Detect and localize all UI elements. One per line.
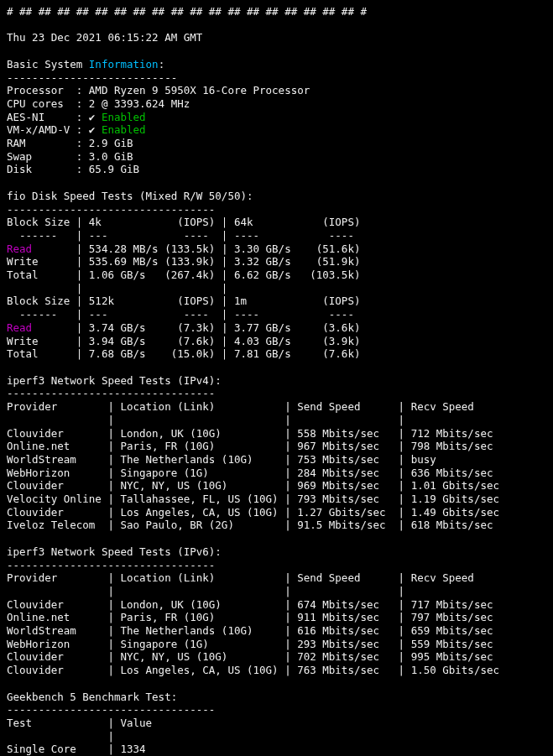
ipv6-row: Clouvider | London, UK (10G) | 674 Mbits… xyxy=(7,598,506,611)
fio-total-4k: Total | 1.06 GB/s (267.4k) | 6.62 GB/s (… xyxy=(7,269,360,281)
checkmark-icon: ✔ xyxy=(89,111,102,123)
fio-write-4k: Write | 535.69 MB/s (133.9k) | 3.32 GB/s… xyxy=(7,255,360,268)
ipv4-row: WorldStream | The Netherlands (10G) | 75… xyxy=(7,453,506,466)
enabled-status: Enabled xyxy=(102,123,146,136)
timestamp: Thu 23 Dec 2021 06:15:22 AM GMT xyxy=(7,31,202,44)
fio-read-4k: | 534.28 MB/s (133.5k) | 3.30 GB/s (51.6… xyxy=(32,242,360,255)
sys-aes-label: AES-NI : xyxy=(7,111,89,123)
gb-gap: | xyxy=(7,730,310,743)
hash-row: # ## ## ## ## ## ## ## ## ## ## ## ## ##… xyxy=(7,5,367,18)
fio-header: Block Size | 512k (IOPS) | 1m (IOPS) xyxy=(7,295,360,307)
fio-header: Block Size | 4k (IOPS) | 64k (IOPS) xyxy=(7,216,360,228)
ipv6-row: Online.net | Paris, FR (10G) | 911 Mbits… xyxy=(7,611,506,623)
sys-swap: Swap : 3.0 GiB xyxy=(7,150,133,163)
ipv4-row: Clouvider | Los Angeles, CA, US (10G) | … xyxy=(7,506,506,519)
enabled-status: Enabled xyxy=(102,111,146,123)
ipv4-row: Clouvider | London, UK (10G) | 558 Mbits… xyxy=(7,427,506,440)
net-header: Provider | Location (Link) | Send Speed … xyxy=(7,400,506,413)
ipv4-row: Online.net | Paris, FR (10G) | 967 Mbits… xyxy=(7,440,506,452)
ipv6-row: WorldStream | The Netherlands (10G) | 61… xyxy=(7,624,506,637)
sys-processor: Processor : AMD Ryzen 9 5950X 16-Core Pr… xyxy=(7,84,310,96)
fio-underline: ------ | --- ---- | ---- ---- xyxy=(7,229,360,242)
fio-underline: ------ | --- ---- | ---- ---- xyxy=(7,308,360,321)
sys-disk: Disk : 65.9 GiB xyxy=(7,163,139,175)
basic-system-label: Basic System xyxy=(7,58,89,70)
net-header: Provider | Location (Link) | Send Speed … xyxy=(7,571,506,584)
ipv6-title: iperf3 Network Speed Tests (IPv6): xyxy=(7,545,222,558)
fio-write-512k: Write | 3.94 GB/s (7.6k) | 4.03 GB/s (3.… xyxy=(7,335,360,347)
information-word: Information xyxy=(89,58,159,70)
gb-single-core: Single Core | 1334 xyxy=(7,743,310,755)
fio-read-label: Read xyxy=(7,242,32,255)
ipv4-row: WebHorizon | Singapore (1G) | 284 Mbits/… xyxy=(7,467,506,479)
fio-total-512k: Total | 7.68 GB/s (15.0k) | 7.81 GB/s (7… xyxy=(7,347,360,360)
checkmark-icon: ✔ xyxy=(89,123,102,136)
geekbench-title: Geekbench 5 Benchmark Test: xyxy=(7,691,177,703)
divider: --------------------------------- xyxy=(7,203,215,216)
ipv4-row: Iveloz Telecom | Sao Paulo, BR (2G) | 91… xyxy=(7,519,506,531)
ipv4-row: Clouvider | NYC, NY, US (10G) | 969 Mbit… xyxy=(7,479,506,492)
fio-read-label: Read xyxy=(7,321,32,334)
sys-cores: CPU cores : 2 @ 3393.624 MHz xyxy=(7,97,190,110)
divider: --------------------------------- xyxy=(7,387,215,399)
sys-vm-label: VM-x/AMD-V : xyxy=(7,123,89,136)
fio-title: fio Disk Speed Tests (Mixed R/W 50/50): xyxy=(7,190,253,202)
ipv4-title: iperf3 Network Speed Tests (IPv4): xyxy=(7,374,222,387)
divider: --------------------------------- xyxy=(7,559,215,571)
sys-ram: RAM : 2.9 GiB xyxy=(7,137,133,149)
divider: --------------------------- xyxy=(7,71,177,84)
fio-read-512k: | 3.74 GB/s (7.3k) | 3.77 GB/s (3.6k) xyxy=(32,321,360,334)
ipv4-row: Velocity Online | Tallahassee, FL, US (1… xyxy=(7,493,506,505)
ipv6-row: Clouvider | NYC, NY, US (10G) | 702 Mbit… xyxy=(7,650,506,663)
fio-gap: | | xyxy=(7,282,360,295)
ipv6-row: Clouvider | Los Angeles, CA, US (10G) | … xyxy=(7,664,506,676)
net-gap: | | | xyxy=(7,585,506,597)
ipv6-row: WebHorizon | Singapore (1G) | 293 Mbits/… xyxy=(7,638,506,650)
gb-header: Test | Value xyxy=(7,717,310,729)
divider: --------------------------------- xyxy=(7,703,215,716)
net-gap: | | | xyxy=(7,414,506,426)
colon: : xyxy=(159,58,165,70)
terminal-output: # ## ## ## ## ## ## ## ## ## ## ## ## ##… xyxy=(0,0,553,756)
